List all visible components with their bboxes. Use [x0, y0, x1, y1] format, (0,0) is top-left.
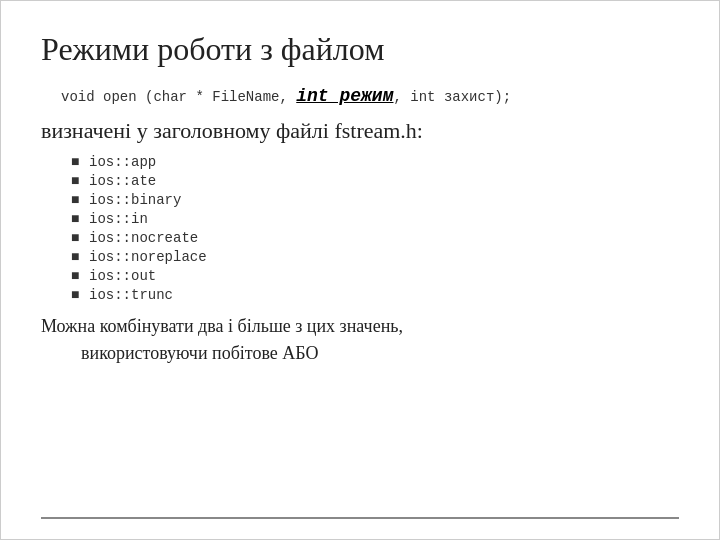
list-item: ■ios::in	[71, 211, 679, 227]
list-item: ■ios::noreplace	[71, 249, 679, 265]
bullet-icon: ■	[71, 230, 81, 246]
list-item: ■ios::trunc	[71, 287, 679, 303]
list-item: ■ios::app	[71, 154, 679, 170]
ios-list: ■ios::app■ios::ate■ios::binary■ios::in■i…	[71, 154, 679, 303]
bullet-icon: ■	[71, 211, 81, 227]
list-item-text: ios::nocreate	[89, 230, 198, 246]
list-item-text: ios::app	[89, 154, 156, 170]
code-keyword: int режим	[296, 86, 393, 106]
code-prefix: void open (char * FileName,	[61, 89, 296, 105]
list-item-text: ios::binary	[89, 192, 181, 208]
footer-line2: використовуючи побітове АБО	[81, 340, 679, 367]
bullet-icon: ■	[71, 249, 81, 265]
list-item: ■ios::ate	[71, 173, 679, 189]
bullet-icon: ■	[71, 287, 81, 303]
list-item: ■ios::binary	[71, 192, 679, 208]
code-suffix: , int захист);	[393, 89, 511, 105]
list-item-text: ios::in	[89, 211, 148, 227]
code-signature: void open (char * FileName, int режим, i…	[61, 86, 679, 106]
footer-line1: Можна комбінувати два і більше з цих зна…	[41, 316, 403, 336]
bullet-icon: ■	[71, 173, 81, 189]
list-item-text: ios::ate	[89, 173, 156, 189]
list-item-text: ios::noreplace	[89, 249, 207, 265]
subtitle: визначені у заголовному файлі fstream.h:	[41, 118, 679, 144]
slide: Режими роботи з файлом void open (char *…	[0, 0, 720, 540]
bottom-divider	[41, 517, 679, 519]
slide-title: Режими роботи з файлом	[41, 31, 679, 68]
bullet-icon: ■	[71, 192, 81, 208]
list-item-text: ios::trunc	[89, 287, 173, 303]
bullet-icon: ■	[71, 154, 81, 170]
list-item: ■ios::out	[71, 268, 679, 284]
bullet-icon: ■	[71, 268, 81, 284]
list-item-text: ios::out	[89, 268, 156, 284]
list-item: ■ios::nocreate	[71, 230, 679, 246]
footer-text: Можна комбінувати два і більше з цих зна…	[41, 313, 679, 367]
